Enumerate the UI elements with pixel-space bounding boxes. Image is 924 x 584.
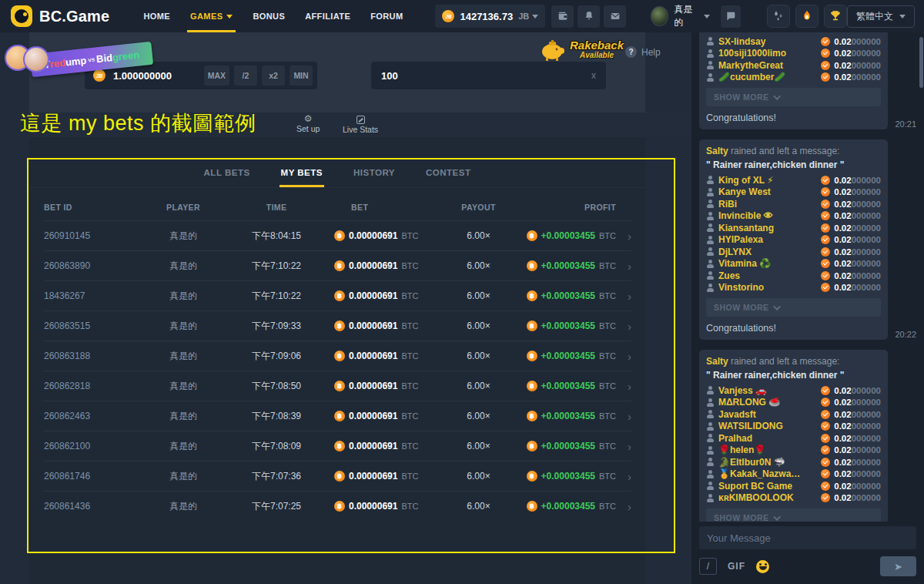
chat-username[interactable]: Zues	[718, 270, 817, 281]
table-row[interactable]: 260863515 真是的 下午7:09:33 ฿ 0.00000691 BTC…	[44, 310, 631, 341]
show-more-button[interactable]: SHOW MORE	[706, 508, 881, 522]
chevron-right-icon[interactable]: ›	[616, 230, 631, 243]
rakeback-badge[interactable]: Rakeback Available	[539, 37, 624, 62]
bet-id[interactable]: 260862818	[44, 381, 140, 391]
table-row[interactable]: 260862818 真是的 下午7:08:50 ฿ 0.00000691 BTC…	[44, 371, 631, 401]
chat-username[interactable]: Vitamina ♻️	[718, 258, 817, 269]
setup-button[interactable]: ⚙ Set up	[296, 114, 320, 133]
chat-username[interactable]: MarkytheGreat	[718, 60, 817, 71]
send-message-button[interactable]: ➤	[880, 556, 916, 576]
bet-id[interactable]: 260861436	[44, 501, 140, 512]
rain-button[interactable]	[767, 5, 790, 28]
chat-scrollbar[interactable]	[919, 37, 923, 88]
payout-input[interactable]: 100	[381, 70, 591, 82]
hot-coin-button[interactable]: ฿	[795, 5, 819, 28]
table-row[interactable]: 260861436 真是的 下午7:07:25 ฿ 0.00000691 BTC…	[44, 491, 631, 521]
user-menu[interactable]: 真是的	[651, 3, 709, 29]
rain-amount: 0.02000000	[834, 386, 881, 395]
chat-username[interactable]: DjLYNX	[718, 247, 817, 257]
currency-selector[interactable]: JB	[518, 12, 538, 21]
chat-username[interactable]: 100siji1000limo	[718, 48, 817, 59]
show-more-button[interactable]: SHOW MORE	[706, 88, 881, 106]
menu-item-affiliate[interactable]: AFFILIATE	[305, 0, 350, 32]
chat-username[interactable]: 🏅Kakak_Nazwa…	[718, 468, 817, 479]
balance-display[interactable]: JB 1427136.73 JB	[435, 5, 545, 28]
half-button[interactable]: /2	[234, 65, 257, 86]
menu-item-home[interactable]: HOME	[143, 0, 170, 32]
messages-button[interactable]	[604, 5, 626, 28]
bet-id[interactable]: 260863188	[44, 351, 140, 361]
help-button[interactable]: ? Help	[625, 46, 661, 58]
svg-text:฿: ฿	[805, 15, 808, 19]
menu-item-bonus[interactable]: BONUS	[253, 0, 285, 32]
bet-id[interactable]: 260863515	[44, 321, 140, 331]
chat-username[interactable]: HYIPalexa	[718, 234, 817, 245]
chat-username[interactable]: SX-lindsay	[718, 36, 817, 47]
bet-id[interactable]: 260910145	[44, 230, 140, 241]
contest-button[interactable]	[824, 5, 847, 28]
tab-my-bets[interactable]: MY BETS	[280, 157, 324, 187]
table-row[interactable]: 260862463 真是的 下午7:08:39 ฿ 0.00000691 BTC…	[44, 401, 631, 431]
bet-id[interactable]: 260862100	[44, 441, 140, 451]
bet-id[interactable]: 260861746	[44, 471, 140, 482]
tab-history[interactable]: HISTORY	[352, 157, 397, 187]
notifications-button[interactable]	[578, 5, 600, 28]
chat-username[interactable]: 🌹helen🌹	[718, 445, 817, 455]
chat-username[interactable]: Kanye West	[718, 186, 817, 197]
min-button[interactable]: MIN	[290, 65, 313, 86]
chevron-right-icon[interactable]: ›	[616, 500, 631, 513]
table-row[interactable]: 260863890 真是的 下午7:10:22 ฿ 0.00000691 BTC…	[44, 250, 631, 280]
wallet-button[interactable]	[551, 5, 574, 28]
chevron-right-icon[interactable]: ›	[616, 380, 631, 393]
brand-logo[interactable]: BC.Game	[11, 5, 109, 27]
promo-banner[interactable]: Tredump vs Bidgreen	[3, 35, 162, 82]
payout-input-group[interactable]: 100 x	[371, 62, 606, 89]
chat-username[interactable]: RiBi	[718, 199, 817, 210]
table-row[interactable]: 260910145 真是的 下午8:04:15 ฿ 0.00000691 BTC…	[44, 220, 631, 250]
chevron-right-icon[interactable]: ›	[616, 470, 631, 483]
chat-username[interactable]: King of XL ⚡	[718, 175, 817, 186]
bet-id[interactable]: 18436267	[44, 290, 140, 301]
table-row[interactable]: 260863188 真是的 下午7:09:06 ฿ 0.00000691 BTC…	[44, 341, 631, 371]
chat-user-row: Vinstorino 0.02000000	[706, 282, 881, 294]
gif-button[interactable]: GIF	[728, 561, 745, 572]
chat-username[interactable]: Javadsft	[718, 409, 817, 420]
menu-item-forum[interactable]: FORUM	[370, 0, 403, 32]
chat-username[interactable]: ᴋʀKIMBOOLOOK	[718, 492, 817, 503]
chevron-right-icon[interactable]: ›	[616, 260, 631, 273]
chat-username[interactable]: Kiansantang	[718, 223, 817, 233]
menu-item-games[interactable]: GAMES	[190, 0, 233, 32]
emoji-picker-button[interactable]	[756, 560, 769, 573]
chat-username[interactable]: 🥒cucumber🥒	[718, 72, 817, 82]
chat-username[interactable]: Suport BC Game	[718, 481, 817, 492]
chat-username[interactable]: Vinstorino	[718, 282, 817, 293]
chat-toggle-button[interactable]	[721, 5, 741, 28]
show-more-button[interactable]: SHOW MORE	[706, 298, 881, 317]
tab-contest[interactable]: CONTEST	[424, 157, 472, 187]
table-row[interactable]: 260862100 真是的 下午7:08:09 ฿ 0.00000691 BTC…	[44, 431, 631, 461]
chevron-right-icon[interactable]: ›	[616, 440, 631, 453]
tab-all-bets[interactable]: ALL BETS	[203, 157, 252, 187]
slash-commands-button[interactable]: /	[699, 558, 717, 575]
chat-user-row: Javadsft 0.02000000	[706, 408, 881, 421]
chevron-right-icon[interactable]: ›	[616, 290, 631, 303]
rain-amount: 0.02000000	[834, 37, 881, 46]
max-button[interactable]: MAX	[204, 65, 229, 86]
chevron-right-icon[interactable]: ›	[616, 320, 631, 333]
chat-username[interactable]: MΔRLONG 🥌	[718, 397, 817, 408]
language-selector[interactable]: 繁體中文	[847, 5, 915, 28]
double-button[interactable]: x2	[262, 65, 285, 86]
chat-username[interactable]: Pralhad	[718, 433, 817, 444]
bet-id[interactable]: 260863890	[44, 260, 140, 271]
live-stats-button[interactable]: Live Stats	[343, 114, 378, 134]
chat-username[interactable]: Vanjess 🚗	[718, 385, 817, 396]
chat-username[interactable]: Invincible 👁	[718, 210, 817, 221]
chat-message-input[interactable]	[699, 532, 916, 544]
chevron-right-icon[interactable]: ›	[616, 410, 631, 423]
bet-id[interactable]: 260862463	[44, 411, 140, 421]
chevron-right-icon[interactable]: ›	[616, 350, 631, 363]
chat-username[interactable]: WATSILIDONG	[718, 421, 817, 431]
table-row[interactable]: 18436267 真是的 下午7:10:22 ฿ 0.00000691 BTC …	[44, 280, 631, 310]
chat-username[interactable]: 🐊EltIbur0N 🦈	[718, 457, 817, 468]
table-row[interactable]: 260861746 真是的 下午7:07:36 ฿ 0.00000691 BTC…	[44, 461, 631, 491]
